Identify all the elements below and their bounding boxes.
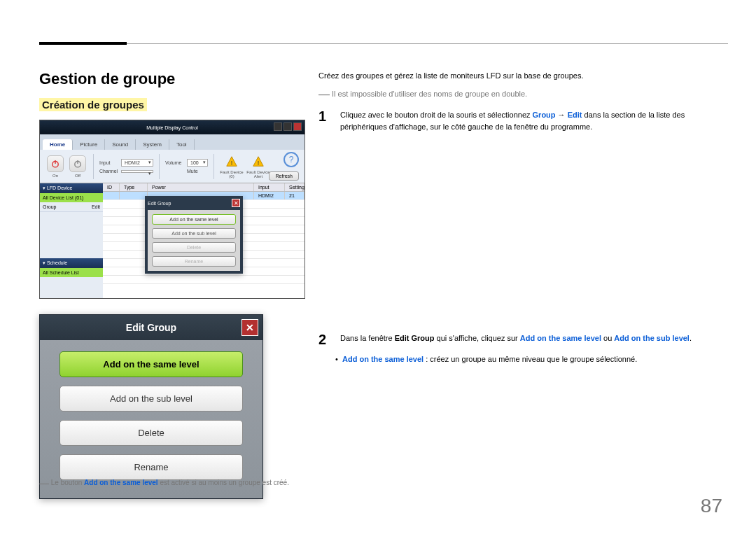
popup-delete-button[interactable]: Delete <box>152 242 236 253</box>
channel-label: Channel <box>99 169 119 174</box>
popup-title: Edit Group <box>148 201 171 206</box>
input-select[interactable]: HDMI2 <box>121 159 153 167</box>
sidebar-schedule-header[interactable]: ▾ Schedule <box>40 258 103 268</box>
dialog-close-button[interactable]: ✕ <box>241 319 258 336</box>
svg-text:!: ! <box>231 160 233 167</box>
bullet-text: • Add on the same level : créez un group… <box>341 353 714 366</box>
popup-rename-button[interactable]: Rename <box>152 256 236 267</box>
grid-header-input: Input <box>254 183 285 191</box>
power-on-icon <box>47 155 64 172</box>
footnote: ― Le bouton Add on the same level est ac… <box>39 476 289 487</box>
popup-add-same-level-button[interactable]: Add on the same level <box>152 214 236 225</box>
svg-text:!: ! <box>258 160 260 167</box>
fault-device-icon: ! <box>224 154 239 169</box>
dialog-delete-button[interactable]: Delete <box>59 420 243 446</box>
fault-device-button[interactable]: ! Fault Device (0) <box>220 154 244 178</box>
power-off-button[interactable]: Off <box>68 155 88 178</box>
refresh-button[interactable]: Refresh <box>269 171 299 181</box>
window-min-icon[interactable] <box>274 122 282 131</box>
mdc-tabs: Home Picture Sound System Tool <box>40 134 304 150</box>
step-1-text: Cliquez avec le bouton droit de la souri… <box>340 109 714 134</box>
popup-add-sub-level-button[interactable]: Add on the sub level <box>152 228 236 239</box>
mdc-toolbar: On Off InputHDMI2 Channel Volume100 Mute… <box>40 150 304 183</box>
window-close-icon[interactable] <box>293 122 302 131</box>
grid-header-id: ID <box>103 183 120 191</box>
power-on-button[interactable]: On <box>46 155 65 178</box>
mdc-window: Multiple Display Control Home Picture So… <box>39 120 305 299</box>
sidebar-group-label: Group <box>43 204 56 209</box>
mute-label[interactable]: Mute <box>187 169 198 174</box>
grid-header: ID Type Power Input Setting <box>103 183 304 192</box>
window-max-icon[interactable] <box>284 122 292 131</box>
volume-label: Volume <box>165 160 185 165</box>
sidebar-all-devices[interactable]: All Device List (01) <box>40 193 103 202</box>
step-2-text: Dans la fenêtre Edit Group qui s'affiche… <box>340 332 714 346</box>
fault-alert-button[interactable]: ! Fault Device Alert <box>246 154 270 178</box>
tab-tool[interactable]: Tool <box>169 139 195 150</box>
sidebar-group-edit[interactable]: Edit <box>92 204 100 209</box>
fault-alert-label: Fault Device Alert <box>246 170 270 178</box>
channel-select[interactable] <box>121 170 153 173</box>
power-on-label: On <box>52 174 58 178</box>
help-icon[interactable]: ? <box>284 152 299 167</box>
grid-header-type: Type <box>120 183 148 191</box>
mdc-title: Multiple Display Control <box>146 125 198 130</box>
sidebar-group-row[interactable]: Group Edit <box>40 202 103 212</box>
power-off-icon <box>69 155 86 172</box>
sidebar-lfd-header[interactable]: ▾ LFD Device <box>40 183 103 193</box>
step-1-number: 1 <box>318 109 330 134</box>
tab-picture[interactable]: Picture <box>73 139 105 150</box>
mdc-titlebar: Multiple Display Control <box>40 120 304 134</box>
edit-group-popup: Edit Group ✕ Add on the same level Add o… <box>145 196 243 274</box>
sidebar-all-schedule[interactable]: All Schedule List <box>40 268 103 277</box>
step-2-number: 2 <box>318 332 330 346</box>
page-title: Gestion de groupe <box>39 70 305 88</box>
grid-cell-input: HDMI2 <box>254 192 285 199</box>
fault-alert-icon: ! <box>251 154 266 169</box>
input-label: Input <box>99 160 119 165</box>
intro-text: Créez des groupes et gérez la liste de m… <box>318 70 714 83</box>
tab-home[interactable]: Home <box>43 139 73 150</box>
volume-value[interactable]: 100 <box>187 159 208 167</box>
dialog-title: Edit Group <box>126 322 176 333</box>
page-number: 87 <box>701 495 722 517</box>
tab-system[interactable]: System <box>136 139 169 150</box>
tab-sound[interactable]: Sound <box>105 139 136 150</box>
section-subheader: Création de groupes <box>39 98 147 111</box>
dialog-add-same-level-button[interactable]: Add on the same level <box>59 351 243 377</box>
edit-group-dialog: Edit Group ✕ Add on the same level Add o… <box>39 314 263 499</box>
grid-cell-setting: 21 <box>285 192 304 199</box>
grid-header-power: Power <box>148 183 254 191</box>
fault-device-label: Fault Device (0) <box>220 170 243 178</box>
dialog-add-sub-level-button[interactable]: Add on the sub level <box>59 386 243 412</box>
note-text: ― Il est impossible d'utiliser des noms … <box>318 87 714 99</box>
grid-header-setting: Setting <box>285 183 304 191</box>
popup-close-button[interactable]: ✕ <box>232 199 240 207</box>
power-off-label: Off <box>75 174 80 178</box>
